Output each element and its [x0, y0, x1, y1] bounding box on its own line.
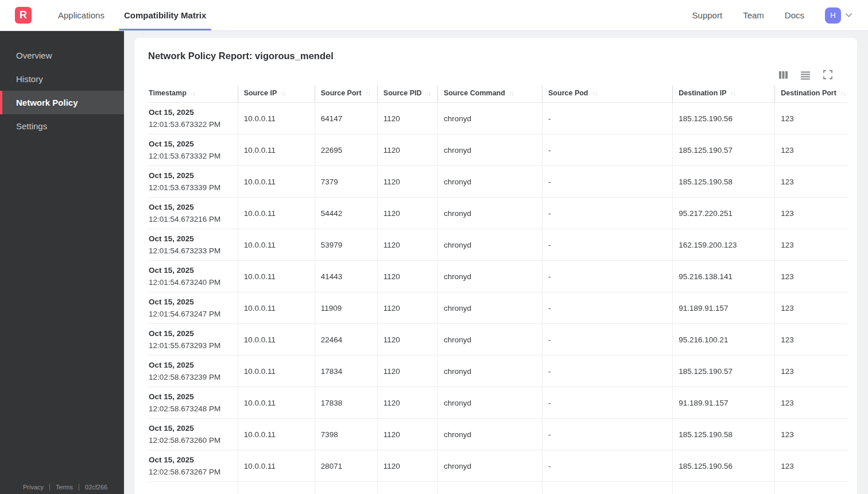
cell-source-pid: 1120 [377, 356, 437, 387]
chevron-down-icon[interactable] [844, 11, 853, 20]
cell-source-pid: 1120 [377, 419, 437, 450]
cell-destination-ip: 162.159.200.123 [673, 229, 775, 261]
timestamp-time: 12:01:54.673240 PM [149, 276, 234, 288]
column-header-source-pod[interactable]: Source Pod↑↓ [542, 86, 673, 103]
cell-source-ip: 10.0.0.11 [238, 103, 315, 134]
cell-source-command: chronyd [437, 450, 542, 482]
timestamp-time: 12:02:58.673260 PM [149, 434, 234, 446]
cell-source-pod: - [542, 198, 673, 229]
cell-source-pid: 1120 [377, 229, 437, 261]
column-header-source-pid[interactable]: Source PID↑↓ [377, 86, 437, 103]
cell-source-port: 64147 [315, 103, 377, 134]
column-label: Source Port [321, 89, 362, 97]
sort-icon[interactable]: ↑↓ [509, 90, 514, 97]
sort-icon[interactable]: ↑↓ [731, 90, 736, 97]
cell-source-command: chronyd [437, 229, 542, 261]
table-header-row: Timestamp↑↓Source IP↑↓Source Port↑↓Sourc… [148, 86, 848, 103]
cell-source-pid: 1120 [377, 324, 437, 356]
nav-tab-compatibility-matrix[interactable]: Compatibility Matrix [119, 0, 211, 30]
sort-icon[interactable]: ↑↓ [592, 90, 598, 97]
cell-destination-port: 123 [775, 261, 848, 292]
cell-destination-ip: 95.216.138.141 [673, 261, 775, 292]
cell-source-command: chronyd [437, 292, 542, 324]
column-header-destination-ip[interactable]: Destination IP↑↓ [673, 86, 775, 103]
privacy-link[interactable]: Privacy [23, 484, 44, 491]
timestamp-date: Oct 15, 2025 [149, 138, 234, 150]
timestamp-date: Oct 15, 2025 [149, 359, 234, 371]
column-label: Source Command [444, 89, 505, 97]
sidebar-footer: Privacy Terms 02cf266 [0, 484, 124, 491]
cell-source-ip: 10.0.0.11 [238, 134, 315, 166]
timestamp-date: Oct 15, 2025 [149, 169, 234, 182]
timestamp-time: 12:01:54.673247 PM [149, 308, 234, 320]
terms-link[interactable]: Terms [56, 484, 73, 491]
table-row: Oct 15, 202512:01:54.673233 PM10.0.0.115… [148, 229, 848, 261]
cell-source-pid: 1120 [377, 166, 437, 198]
cell-source-port: 7398 [315, 419, 377, 450]
nav-links: SupportTeamDocs [692, 10, 825, 20]
cell-source-pod: - [542, 387, 673, 419]
nav-link-docs[interactable]: Docs [785, 10, 804, 20]
timestamp-time: 12:02:58.673248 PM [149, 403, 234, 415]
cell-timestamp: Oct 15, 202512:01:54.673216 PM [148, 198, 238, 229]
cell-destination-port: 123 [775, 229, 848, 261]
timestamp-time: 12:01:55.673293 PM [149, 339, 234, 352]
cell-source-ip: 10.0.0.11 [238, 229, 315, 261]
nav-link-team[interactable]: Team [743, 10, 764, 20]
column-label: Destination Port [781, 89, 836, 97]
nav-tabs: ApplicationsCompatibility Matrix [53, 0, 220, 30]
cell-destination-ip: 91.189.91.157 [673, 292, 775, 324]
cell-source-ip: 10.0.0.11 [238, 261, 315, 292]
column-header-source-port[interactable]: Source Port↑↓ [315, 86, 377, 103]
list-view-icon[interactable] [800, 70, 811, 80]
cell-source-ip: 10.0.0.11 [238, 387, 315, 419]
table-row: Oct 15, 2025 [148, 482, 848, 494]
cell-timestamp: Oct 15, 202512:01:54.673247 PM [148, 292, 238, 324]
timestamp-date: Oct 15, 2025 [149, 264, 234, 276]
timestamp-date: Oct 15, 2025 [149, 327, 234, 339]
sidebar-item-network-policy[interactable]: Network Policy [0, 91, 124, 114]
table-row: Oct 15, 202512:01:53.673322 PM10.0.0.116… [148, 103, 848, 134]
sort-icon[interactable]: ↑↓ [281, 90, 286, 97]
column-header-source-command[interactable]: Source Command↑↓ [437, 86, 542, 103]
page-title: Network Policy Report: vigorous_mendel [148, 51, 848, 61]
cell-source-pid: 1120 [377, 292, 437, 324]
sidebar-item-overview[interactable]: Overview [0, 44, 124, 67]
nav-tab-applications[interactable]: Applications [53, 0, 110, 30]
sidebar-item-history[interactable]: History [0, 67, 124, 91]
cell-source-pod: - [542, 356, 673, 387]
sort-icon[interactable]: ↑↓ [366, 90, 371, 97]
fullscreen-icon[interactable] [823, 70, 833, 80]
cell-source-command [437, 482, 542, 494]
cell-source-port: 22695 [315, 134, 377, 166]
sidebar-item-settings[interactable]: Settings [0, 114, 124, 138]
columns-view-icon[interactable] [778, 70, 788, 80]
table-row: Oct 15, 202512:02:58.673267 PM10.0.0.112… [148, 450, 848, 482]
cell-destination-ip [673, 482, 775, 494]
cell-destination-port: 123 [775, 292, 848, 324]
cell-timestamp: Oct 15, 202512:02:58.673248 PM [148, 387, 238, 419]
report-card: Network Policy Report: vigorous_mendel [134, 38, 857, 494]
cell-source-command: chronyd [437, 324, 542, 356]
sort-icon[interactable]: ↑↓ [191, 90, 196, 97]
cell-timestamp: Oct 15, 202512:02:58.673267 PM [148, 450, 238, 482]
cell-source-pod: - [542, 292, 673, 324]
sidebar-items: OverviewHistoryNetwork PolicySettings [0, 31, 124, 138]
timestamp-date: Oct 15, 2025 [149, 491, 234, 494]
avatar[interactable]: H [825, 7, 841, 24]
table-row: Oct 15, 202512:01:54.673216 PM10.0.0.115… [148, 198, 848, 229]
column-header-source-ip[interactable]: Source IP↑↓ [238, 86, 315, 103]
timestamp-time: 12:01:53.673332 PM [149, 150, 234, 162]
sort-icon[interactable]: ↑↓ [426, 90, 431, 97]
cell-source-ip [238, 482, 315, 494]
nav-link-support[interactable]: Support [692, 10, 723, 20]
cell-destination-port: 123 [775, 356, 848, 387]
column-header-destination-port[interactable]: Destination Port↑↓ [775, 86, 848, 103]
cell-source-ip: 10.0.0.11 [238, 324, 315, 356]
cell-source-pid: 1120 [377, 450, 437, 482]
app-logo[interactable]: R [15, 7, 32, 24]
cell-source-port: 53979 [315, 229, 377, 261]
sort-icon[interactable]: ↑↓ [840, 90, 846, 97]
column-header-timestamp[interactable]: Timestamp↑↓ [148, 86, 238, 103]
cell-destination-port: 123 [775, 387, 848, 419]
